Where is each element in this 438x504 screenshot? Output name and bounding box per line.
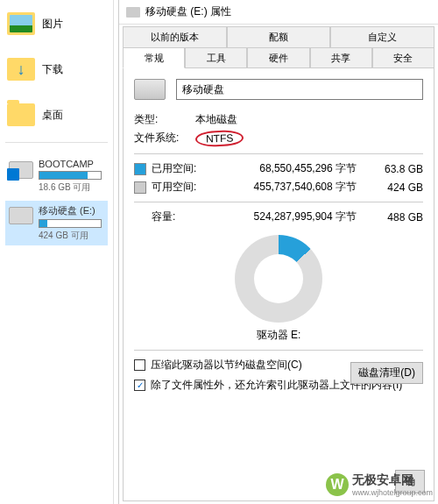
free-label: 可用空间:: [152, 180, 209, 195]
tab-tools[interactable]: 工具: [185, 47, 247, 68]
used-human: 63.8 GB: [371, 163, 423, 175]
folder-label: 下载: [42, 62, 63, 77]
capacity-human: 488 GB: [371, 211, 423, 224]
tab-sharing[interactable]: 共享: [310, 47, 372, 68]
drive-bootcamp[interactable]: BOOTCAMP 18.6 GB 可用: [5, 155, 108, 197]
used-swatch: [134, 163, 146, 175]
drive-icon: [134, 79, 166, 100]
tabs-secondary: 以前的版本 配额 自定义: [123, 26, 434, 47]
free-bytes: 455,737,540,608 字节: [215, 180, 365, 195]
drive-icon: [126, 7, 140, 18]
type-label: 类型:: [134, 112, 195, 127]
drive-name: BOOTCAMP: [39, 159, 104, 169]
drive-removable[interactable]: 移动硬盘 (E:) 424 GB 可用: [5, 201, 108, 245]
free-swatch: [134, 181, 146, 194]
tab-security[interactable]: 安全: [372, 47, 434, 68]
compress-label: 压缩此驱动器以节约磁盘空间(C): [151, 358, 302, 373]
tabs-primary: 常规 工具 硬件 共享 安全: [123, 47, 434, 68]
titlebar: 移动硬盘 (E:) 属性: [119, 0, 438, 25]
dialog-title: 移动硬盘 (E:) 属性: [145, 4, 231, 19]
used-bytes: 68,550,455,296 字节: [215, 161, 365, 176]
capacity-label: 容量:: [152, 209, 209, 224]
drive-free: 18.6 GB 可用: [39, 181, 104, 194]
capacity-bytes: 524,287,995,904 字节: [215, 209, 365, 224]
usage-donut-chart: [235, 235, 322, 323]
pictures-icon: [7, 12, 35, 35]
desktop-icon: [7, 103, 35, 126]
tab-hardware[interactable]: 硬件: [247, 47, 309, 68]
folder-desktop[interactable]: 桌面: [0, 100, 113, 130]
folder-label: 桌面: [42, 108, 63, 123]
drive-usage-bar: [39, 219, 102, 228]
drive-usage-bar: [39, 171, 102, 180]
watermark-title: 无极安卓网: [352, 472, 413, 486]
downloads-icon: [7, 58, 35, 81]
type-value: 本地磁盘: [195, 112, 237, 127]
drive-free: 424 GB 可用: [39, 230, 104, 242]
compress-checkbox[interactable]: [134, 359, 145, 371]
folder-pictures[interactable]: 图片: [0, 9, 113, 39]
explorer-sidebar: 图片 下载 桌面 BOOTCAMP 18.6 GB 可用 移动硬盘 (E:) 4…: [0, 0, 114, 504]
index-checkbox[interactable]: ✓: [134, 380, 145, 391]
tab-quota[interactable]: 配额: [227, 26, 331, 47]
tab-previous-versions[interactable]: 以前的版本: [123, 26, 227, 47]
watermark-logo-icon: [326, 473, 349, 496]
drive-name-input[interactable]: [176, 79, 423, 100]
drive-name: 移动硬盘 (E:): [39, 204, 104, 217]
donut-label: 驱动器 E:: [134, 328, 423, 343]
disk-cleanup-button[interactable]: 磁盘清理(D): [350, 362, 423, 384]
drive-icon: [9, 207, 33, 224]
watermark: 无极安卓网 www.wjhotelgroup.com: [326, 472, 433, 497]
free-human: 424 GB: [371, 181, 423, 194]
used-label: 已用空间:: [152, 161, 209, 176]
filesystem-value: NTFS: [195, 130, 244, 147]
properties-dialog: 移动硬盘 (E:) 属性 以前的版本 配额 自定义 常规 工具 硬件 共享 安全…: [118, 0, 438, 504]
filesystem-label: 文件系统:: [134, 131, 195, 146]
folder-label: 图片: [42, 17, 63, 32]
folder-downloads[interactable]: 下载: [0, 54, 113, 84]
watermark-url: www.wjhotelgroup.com: [352, 488, 433, 497]
drive-icon: [9, 161, 33, 179]
tab-custom[interactable]: 自定义: [330, 26, 434, 47]
tab-panel-general: 类型: 本地磁盘 文件系统: NTFS 已用空间: 68,550,455,296…: [123, 67, 434, 501]
tab-general[interactable]: 常规: [123, 47, 185, 68]
